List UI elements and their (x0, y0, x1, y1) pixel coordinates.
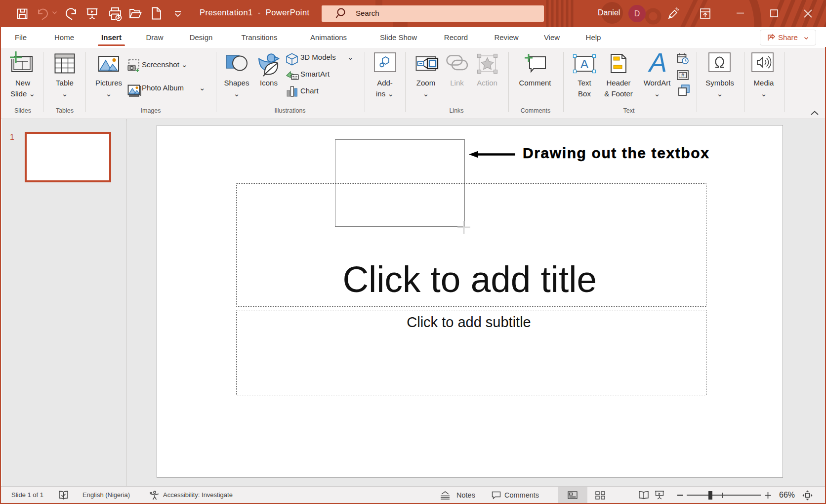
svg-text:#: # (681, 72, 685, 78)
svg-text:A: A (648, 47, 667, 77)
svg-text:A: A (580, 57, 588, 71)
